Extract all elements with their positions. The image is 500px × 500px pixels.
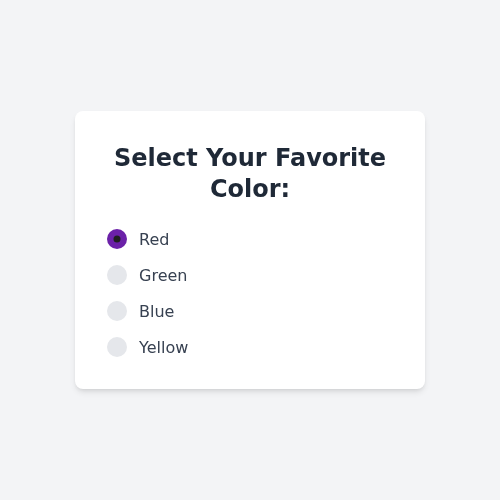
- option-label: Red: [139, 230, 169, 249]
- option-green[interactable]: Green: [107, 265, 393, 285]
- option-blue[interactable]: Blue: [107, 301, 393, 321]
- option-red[interactable]: Red: [107, 229, 393, 249]
- option-yellow[interactable]: Yellow: [107, 337, 393, 357]
- radio-green[interactable]: [107, 265, 127, 285]
- radio-blue[interactable]: [107, 301, 127, 321]
- radio-red[interactable]: [107, 229, 127, 249]
- options-list: Red Green Blue Yellow: [107, 229, 393, 357]
- color-select-card: Select Your Favorite Color: Red Green Bl…: [75, 111, 425, 389]
- option-label: Yellow: [139, 338, 188, 357]
- option-label: Green: [139, 266, 187, 285]
- radio-yellow[interactable]: [107, 337, 127, 357]
- option-label: Blue: [139, 302, 174, 321]
- card-title: Select Your Favorite Color:: [107, 143, 393, 205]
